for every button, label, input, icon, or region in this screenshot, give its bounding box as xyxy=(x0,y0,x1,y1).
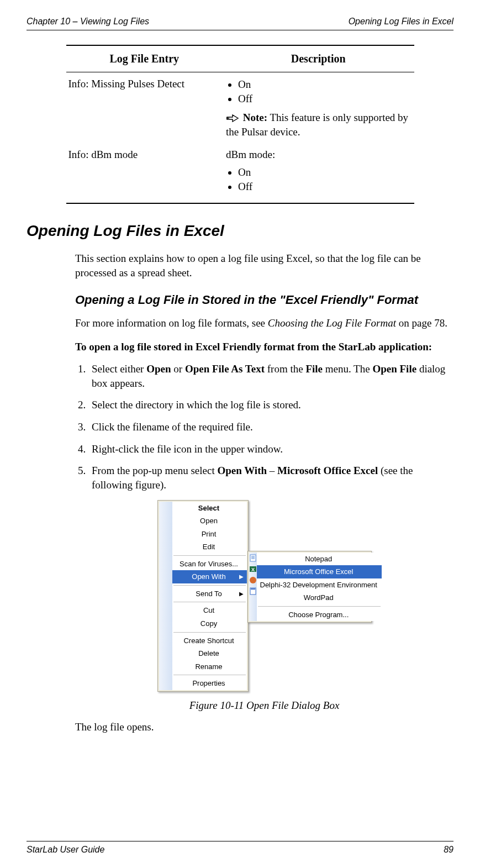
subsection-intro: For more information on log file formats… xyxy=(75,316,453,330)
text: Select either xyxy=(92,363,146,375)
step-item: Select either Open or Open File As Text … xyxy=(88,362,453,390)
menu-separator xyxy=(173,555,246,556)
menu-item-copy[interactable]: Copy xyxy=(172,617,247,630)
menu-item-create-shortcut[interactable]: Create Shortcut xyxy=(172,634,247,648)
excel-icon: X xyxy=(249,564,257,575)
subsection-heading: Opening a Log File in Stored in the "Exc… xyxy=(75,292,453,308)
submenu-item-wordpad[interactable]: WordPad xyxy=(257,591,382,604)
menu-item-send-to[interactable]: Send To▶ xyxy=(172,587,247,601)
menu-item-rename[interactable]: Rename xyxy=(172,660,247,674)
menu-item-cut[interactable]: Cut xyxy=(172,604,247,617)
menu-item-open[interactable]: Open xyxy=(172,514,247,528)
wordpad-icon xyxy=(249,586,257,597)
header-right: Opening Log Files in Excel xyxy=(349,15,453,28)
ui-ref: Open File As Text xyxy=(185,363,265,375)
pointing-hand-icon xyxy=(226,112,243,123)
ui-ref: Open File xyxy=(372,363,416,375)
bullet-item: Off xyxy=(238,92,411,106)
submenu-item-delphi[interactable]: Delphi-32 Development Environment xyxy=(257,578,382,592)
section-intro: This section explains how to open a log … xyxy=(75,251,453,280)
text: From the pop-up menu select xyxy=(92,465,217,476)
bullet-item: Off xyxy=(238,180,411,194)
context-menu[interactable]: Select Open Print Edit Scan for Viruses.… xyxy=(157,500,249,692)
step-item: Right-click the file icon in the upper w… xyxy=(88,442,453,456)
text: on page 78. xyxy=(396,317,447,329)
procedure-steps: Select either Open or Open File As Text … xyxy=(75,362,453,492)
submenu-item-choose-program[interactable]: Choose Program... xyxy=(257,608,382,622)
procedure-lead: To open a log file stored in Excel Frien… xyxy=(75,340,453,354)
menu-item-select[interactable]: Select xyxy=(172,502,247,515)
svg-rect-9 xyxy=(251,588,255,590)
step-item: Select the directory in which the log fi… xyxy=(88,398,453,412)
text: – xyxy=(267,465,277,476)
menu-item-edit[interactable]: Edit xyxy=(172,540,247,554)
log-file-table: Log File Entry Description Info: Missing… xyxy=(66,45,414,204)
submenu-item-excel[interactable]: Microsoft Office Excel xyxy=(257,565,382,578)
menu-item-delete[interactable]: Delete xyxy=(172,647,247,660)
menu-separator xyxy=(258,606,381,607)
figure-open-file-dialog: Select Open Print Edit Scan for Viruses.… xyxy=(75,500,453,692)
cross-ref: Choosing the Log File Format xyxy=(268,317,396,329)
header-left: Chapter 10 – Viewing Log Files xyxy=(27,15,149,28)
menu-separator xyxy=(173,675,246,675)
notepad-icon xyxy=(249,553,257,564)
table-cell-entry: Info: dBm mode xyxy=(66,143,223,203)
note-label: Note: xyxy=(243,112,267,123)
svg-rect-1 xyxy=(250,555,256,561)
desc-lead: dBm mode: xyxy=(226,148,411,162)
figure-caption: Figure 10-11 Open File Dialog Box xyxy=(75,698,453,713)
ui-ref: File xyxy=(305,363,323,375)
ui-ref: Open With xyxy=(217,465,267,476)
footer-page-number: 89 xyxy=(444,844,453,856)
step-item: Click the filename of the required file. xyxy=(88,420,453,434)
bullet-item: On xyxy=(238,165,411,180)
ui-ref: Microsoft Office Excel xyxy=(277,465,378,476)
submenu-item-notepad[interactable]: Notepad xyxy=(257,553,382,566)
table-cell-desc: On Off Note: This feature is only suppor… xyxy=(223,72,414,143)
table-row: Info: dBm mode dBm mode: On Off xyxy=(66,143,414,203)
chevron-right-icon: ▶ xyxy=(239,573,244,581)
menu-label: Open With xyxy=(192,572,225,581)
table-cell-entry: Info: Missing Pulses Detect xyxy=(66,72,223,143)
table-header-desc: Description xyxy=(223,45,414,72)
menu-separator xyxy=(173,602,246,602)
submenu-open-with[interactable]: X Notepad Microsoft Office Excel Delphi-… xyxy=(247,551,372,623)
menu-item-properties[interactable]: Properties xyxy=(172,677,247,690)
section-heading: Opening Log Files in Excel xyxy=(27,220,453,241)
table-row: Info: Missing Pulses Detect On Off Note:… xyxy=(66,72,414,143)
text: menu. The xyxy=(323,363,372,375)
table-header-entry: Log File Entry xyxy=(66,45,223,72)
text: For more information on log file formats… xyxy=(75,317,268,329)
menu-item-print[interactable]: Print xyxy=(172,528,247,541)
svg-point-7 xyxy=(250,577,256,583)
bullet-item: On xyxy=(238,77,411,92)
after-figure-text: The log file opens. xyxy=(75,720,453,734)
menu-item-open-with[interactable]: Open With▶ xyxy=(172,570,247,583)
svg-text:X: X xyxy=(251,567,254,572)
menu-separator xyxy=(173,632,246,633)
table-cell-desc: dBm mode: On Off xyxy=(223,143,414,203)
text: or xyxy=(171,363,185,375)
footer-left: StarLab User Guide xyxy=(27,844,104,856)
ui-ref: Open xyxy=(146,363,171,375)
svg-rect-0 xyxy=(226,117,228,119)
text: from the xyxy=(265,363,305,375)
chevron-right-icon: ▶ xyxy=(239,590,244,598)
menu-separator xyxy=(173,585,246,586)
step-item: From the pop-up menu select Open With – … xyxy=(88,464,453,492)
delphi-icon xyxy=(249,575,257,586)
menu-label: Send To xyxy=(196,590,221,598)
menu-item-scan[interactable]: Scan for Viruses... xyxy=(172,557,247,571)
